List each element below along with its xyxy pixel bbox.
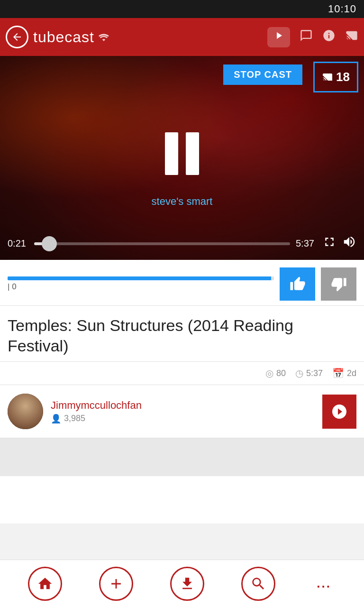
cast-nav-icon[interactable]: [345, 29, 358, 46]
like-progress-container: | 0: [8, 276, 274, 292]
age-meta: 📅 2d: [332, 368, 356, 379]
video-controls: 0:21 5:37: [0, 230, 364, 260]
progress-bar[interactable]: [34, 242, 290, 245]
cast-wifi-small-icon: [98, 32, 110, 42]
total-time: 5:37: [296, 238, 317, 249]
time-display: 10:10: [328, 3, 356, 15]
stop-cast-button[interactable]: STOP CAST: [223, 64, 302, 85]
cast-wifi-icon: [322, 71, 333, 83]
views-icon: ◎: [265, 368, 273, 379]
download-nav-button[interactable]: [170, 567, 204, 601]
rating-bar: | 0: [0, 260, 364, 306]
like-button[interactable]: [280, 267, 315, 301]
video-title: Temples: Sun Structures (2014 Reading Fe…: [0, 306, 364, 362]
like-progress-bar: [8, 276, 274, 280]
search-nav-button[interactable]: [241, 567, 275, 601]
dislike-button[interactable]: [321, 267, 356, 301]
chat-nav-icon[interactable]: [300, 29, 313, 46]
app-title: tubecast: [33, 28, 110, 46]
volume-button[interactable]: [342, 235, 356, 252]
cast-number: 18: [336, 70, 350, 84]
duration-value: 5:37: [306, 368, 323, 378]
svg-point-1: [17, 399, 34, 416]
like-count: | 0: [8, 282, 274, 292]
top-nav: tubecast: [0, 18, 364, 56]
bottom-nav: ...: [0, 560, 364, 607]
svg-point-2: [14, 417, 37, 429]
duration-icon: ◷: [295, 368, 303, 379]
duration-meta: ◷ 5:37: [295, 368, 323, 379]
channel-avatar[interactable]: [8, 394, 43, 429]
status-bar: 10:10: [0, 0, 364, 18]
channel-info: Jimmymccullochfan 👤 3,985: [51, 399, 322, 424]
cast-badge: 18: [313, 62, 358, 92]
calendar-icon: 📅: [332, 368, 344, 379]
channel-name[interactable]: Jimmymccullochfan: [51, 399, 322, 412]
channel-row: Jimmymccullochfan 👤 3,985: [0, 385, 364, 438]
content-area: | 0 Temples: Sun Structures (2014 Readin…: [0, 260, 364, 524]
like-progress-fill: [8, 276, 271, 280]
subscriber-icon: 👤: [51, 414, 61, 424]
info-nav-icon[interactable]: [322, 29, 336, 46]
video-subtitle: steve's smart: [0, 195, 364, 208]
more-button[interactable]: ...: [312, 571, 336, 596]
bottom-nav-spacer: [0, 476, 364, 524]
back-button[interactable]: [6, 26, 28, 48]
home-nav-button[interactable]: [28, 567, 62, 601]
video-meta: ◎ 80 ◷ 5:37 📅 2d: [0, 362, 364, 385]
fullscreen-button[interactable]: [322, 235, 337, 252]
video-player[interactable]: STOP CAST 18 steve's smart 0:21 5:37: [0, 56, 364, 260]
subscriber-count: 3,985: [64, 414, 85, 423]
content-spacer: [0, 438, 364, 476]
progress-thumb[interactable]: [42, 236, 57, 251]
channel-subscribers: 👤 3,985: [51, 414, 322, 424]
svg-point-0: [8, 394, 43, 429]
current-time: 0:21: [8, 238, 28, 249]
views-meta: ◎ 80: [265, 368, 286, 379]
views-count: 80: [276, 368, 286, 378]
nav-icons: [267, 27, 358, 47]
age-value: 2d: [347, 368, 356, 378]
pause-icon: [165, 132, 199, 175]
subscribe-button[interactable]: [322, 395, 356, 429]
play-nav-icon[interactable]: [267, 27, 290, 47]
add-nav-button[interactable]: [99, 567, 133, 601]
